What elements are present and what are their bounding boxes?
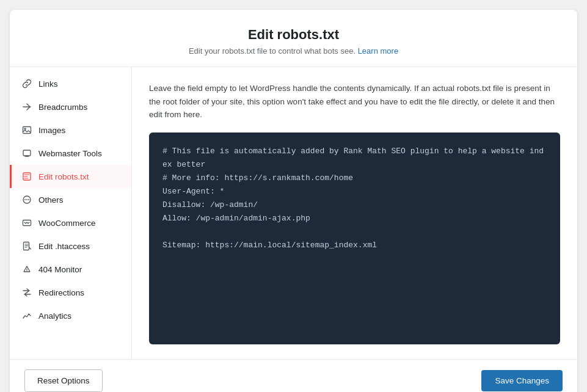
monitor-icon [21, 264, 32, 275]
sidebar-item-breadcrumbs[interactable]: Breadcrumbs [10, 95, 131, 118]
sidebar-item-webmaster-label: Webmaster Tools [38, 149, 102, 158]
redirections-icon [21, 287, 32, 298]
others-icon [21, 194, 32, 205]
sidebar-item-images-label: Images [38, 126, 65, 135]
main-card: Edit robots.txt Edit your robots.txt fil… [10, 10, 577, 392]
sidebar-item-breadcrumbs-label: Breadcrumbs [38, 103, 87, 112]
sidebar-item-404[interactable]: 404 Monitor [10, 258, 131, 281]
main-content-area: Leave the field empty to let WordPress h… [132, 67, 577, 359]
link-icon [21, 78, 32, 89]
svg-rect-0 [23, 127, 31, 134]
sidebar-item-links[interactable]: Links [10, 72, 131, 95]
sidebar-item-404-label: 404 Monitor [38, 265, 82, 274]
woo-icon [21, 217, 32, 228]
analytics-icon [21, 310, 32, 321]
content-area: Links Breadcrumbs Imag [10, 67, 577, 359]
svg-rect-2 [23, 150, 31, 156]
save-button[interactable]: Save Changes [481, 370, 563, 391]
sidebar-item-images[interactable]: Images [10, 118, 131, 142]
sidebar-item-redirections[interactable]: Redirections [10, 281, 131, 304]
sidebar-item-analytics[interactable]: Analytics [10, 304, 131, 327]
sidebar-item-webmaster[interactable]: Webmaster Tools [10, 142, 131, 165]
images-icon [21, 125, 32, 136]
svg-point-5 [24, 199, 26, 200]
footer-bar: Reset Options Save Changes [10, 359, 577, 392]
page-title: Edit robots.txt [22, 27, 565, 43]
webmaster-icon [21, 148, 32, 159]
learn-more-link[interactable]: Learn more [358, 46, 398, 56]
svg-point-7 [28, 199, 29, 200]
sidebar-item-woocommerce[interactable]: WooCommerce [10, 211, 131, 234]
page-header: Edit robots.txt Edit your robots.txt fil… [10, 10, 577, 67]
svg-point-6 [26, 199, 27, 200]
sidebar-item-analytics-label: Analytics [38, 311, 71, 321]
reset-button[interactable]: Reset Options [24, 369, 103, 392]
svg-rect-8 [23, 220, 31, 226]
sidebar: Links Breadcrumbs Imag [10, 67, 132, 359]
robots-editor[interactable]: # This file is automatically added by Ra… [149, 132, 560, 344]
htaccess-icon [21, 241, 32, 252]
sidebar-item-edit-robots[interactable]: Edit robots.txt [10, 165, 131, 188]
breadcrumb-icon [21, 101, 32, 112]
sidebar-item-others[interactable]: Others [10, 188, 131, 211]
sidebar-item-woocommerce-label: WooCommerce [38, 219, 96, 228]
sidebar-item-redirections-label: Redirections [38, 288, 84, 297]
svg-point-10 [26, 270, 27, 271]
robots-icon [21, 171, 32, 182]
sidebar-item-htaccess-label: Edit .htaccess [38, 242, 90, 251]
sidebar-item-htaccess[interactable]: Edit .htaccess [10, 234, 131, 258]
sidebar-item-edit-robots-label: Edit robots.txt [38, 172, 89, 181]
description-text: Leave the field empty to let WordPress h… [149, 82, 560, 122]
sidebar-item-others-label: Others [38, 195, 64, 205]
svg-point-1 [24, 128, 26, 129]
page-subtitle: Edit your robots.txt file to control wha… [22, 46, 565, 56]
sidebar-item-links-label: Links [38, 79, 58, 89]
